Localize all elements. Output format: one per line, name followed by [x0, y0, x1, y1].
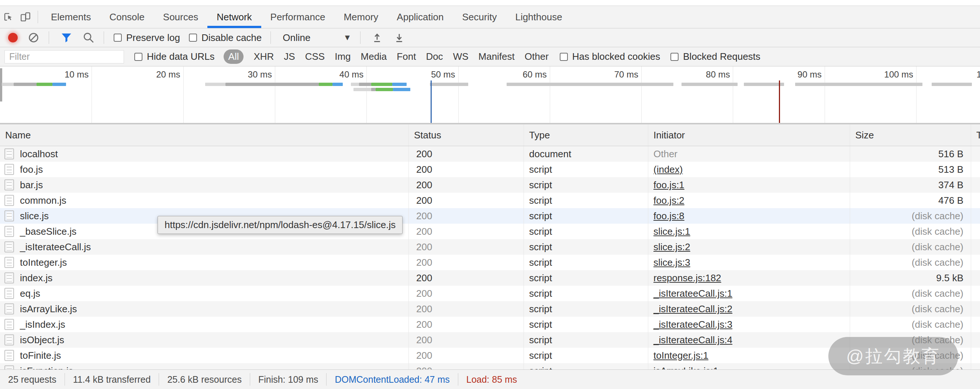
cell-time [971, 363, 980, 370]
preserve-log-checkbox[interactable] [114, 33, 122, 42]
blocked-requests-checkbox[interactable] [670, 53, 679, 61]
type-filter-css[interactable]: CSS [305, 51, 325, 62]
type-filter-font[interactable]: Font [397, 51, 416, 62]
search-button[interactable] [82, 31, 95, 44]
tab-lighthouse[interactable]: Lighthouse [506, 6, 571, 28]
table-row[interactable]: bar.js200scriptfoo.js:1374 B [0, 177, 980, 193]
has-blocked-cookies-toggle[interactable]: Has blocked cookies [560, 51, 660, 62]
initiator-link[interactable]: slice.js:3 [654, 257, 690, 268]
blocked-requests-toggle[interactable]: Blocked Requests [670, 51, 760, 62]
disable-cache-label: Disable cache [202, 32, 262, 43]
cell-time [971, 286, 980, 301]
table-row[interactable]: toInteger.js200scriptslice.js:3(disk cac… [0, 255, 980, 270]
request-name: isObject.js [20, 334, 64, 346]
initiator-link[interactable]: (index) [654, 164, 682, 175]
initiator-link[interactable]: isArrayLike.js:1 [654, 365, 718, 370]
timeline-tick-label: 60 ms [473, 69, 547, 80]
toggle-device-toolbar-button[interactable] [17, 6, 34, 28]
tab-console[interactable]: Console [100, 6, 153, 28]
tab-performance[interactable]: Performance [261, 6, 335, 28]
table-header: NameStatusTypeInitiatorSizeTime [0, 124, 980, 146]
column-header-name[interactable]: Name [0, 124, 409, 146]
table-row[interactable]: isArrayLike.js200script_isIterateeCall.j… [0, 301, 980, 317]
inspect-element-button[interactable] [0, 6, 17, 28]
table-row[interactable]: _isIndex.js200script_isIterateeCall.js:3… [0, 317, 980, 332]
type-filter-xhr[interactable]: XHR [253, 51, 274, 62]
initiator-link[interactable]: _isIterateeCall.js:3 [654, 319, 732, 330]
tab-network[interactable]: Network [207, 6, 261, 28]
column-header-initiator[interactable]: Initiator [648, 124, 850, 146]
filter-input[interactable] [5, 50, 124, 64]
initiator-link[interactable]: _isIterateeCall.js:2 [654, 303, 732, 315]
column-header-size[interactable]: Size [850, 124, 971, 146]
cell-type: script [524, 162, 648, 177]
table-row[interactable]: localhost200documentOther516 B [0, 146, 980, 162]
export-har-button[interactable] [393, 31, 406, 44]
tab-sources[interactable]: Sources [154, 6, 207, 28]
initiator-link[interactable]: response.js:182 [654, 273, 721, 284]
column-header-status[interactable]: Status [409, 124, 524, 146]
type-filter-ws[interactable]: WS [453, 51, 469, 62]
record-network-log-button[interactable] [8, 33, 18, 43]
table-row[interactable]: _baseSlice.js200scriptslice.js:1(disk ca… [0, 224, 980, 239]
hide-data-urls-toggle[interactable]: Hide data URLs [134, 51, 215, 62]
cell-name: toInteger.js [0, 255, 409, 270]
tab-elements[interactable]: Elements [42, 6, 100, 28]
table-row[interactable]: _isIterateeCall.js200scriptslice.js:2(di… [0, 239, 980, 255]
initiator-link[interactable]: toInteger.js:1 [654, 350, 708, 361]
disable-cache-toggle[interactable]: Disable cache [189, 32, 262, 43]
column-header-time[interactable]: Time [971, 124, 980, 146]
cell-name: isObject.js [0, 332, 409, 348]
has-blocked-cookies-checkbox[interactable] [560, 53, 568, 61]
cell-initiator: slice.js:2 [648, 239, 850, 255]
tab-security[interactable]: Security [453, 6, 506, 28]
divider [270, 31, 271, 44]
status-bar-item[interactable]: DOMContentLoaded: 47 ms [326, 374, 458, 385]
tab-memory[interactable]: Memory [334, 6, 387, 28]
initiator-link[interactable]: foo.js:2 [654, 195, 684, 206]
initiator-text: Other [654, 148, 678, 160]
initiator-link[interactable]: _isIterateeCall.js:1 [654, 288, 732, 299]
filter-toggle-button[interactable] [60, 31, 73, 44]
column-header-type[interactable]: Type [524, 124, 648, 146]
timeline-tick-label: 50 ms [382, 69, 455, 80]
throttling-select[interactable]: Online ▼ [283, 32, 351, 43]
waterfall-bar-segment [37, 83, 52, 86]
table-row[interactable]: slice.js200scriptfoo.js:8(disk cache) [0, 208, 980, 224]
table-row[interactable]: eq.js200script_isIterateeCall.js:1(disk … [0, 286, 980, 301]
initiator-link[interactable]: foo.js:1 [654, 179, 684, 191]
cell-initiator: _isIterateeCall.js:2 [648, 301, 850, 317]
type-filter-other[interactable]: Other [525, 51, 549, 62]
request-name: bar.js [20, 179, 43, 191]
cell-time [971, 162, 980, 177]
overview-timeline[interactable]: 10 ms20 ms30 ms40 ms50 ms60 ms70 ms80 ms… [0, 67, 980, 124]
cell-type: script [524, 193, 648, 208]
table-row[interactable]: common.js200scriptfoo.js:2476 B [0, 193, 980, 208]
status-bar: 25 requests11.4 kB transferred25.6 kB re… [0, 370, 980, 389]
preserve-log-toggle[interactable]: Preserve log [114, 32, 180, 43]
type-filter-manifest[interactable]: Manifest [479, 51, 515, 62]
status-bar-item[interactable]: Load: 85 ms [458, 374, 525, 385]
type-filter-doc[interactable]: Doc [426, 51, 443, 62]
timeline-gridline [275, 67, 275, 123]
import-har-button[interactable] [371, 31, 383, 44]
timeline-gridline [733, 67, 733, 123]
table-row[interactable]: foo.js200script(index)513 B [0, 162, 980, 177]
initiator-link[interactable]: foo.js:8 [654, 210, 684, 222]
hide-data-urls-checkbox[interactable] [134, 53, 142, 61]
clear-button[interactable] [27, 31, 40, 44]
disable-cache-checkbox[interactable] [189, 33, 197, 42]
type-filter-js[interactable]: JS [284, 51, 295, 62]
type-filter-media[interactable]: Media [361, 51, 387, 62]
cell-type: script [524, 224, 648, 239]
initiator-link[interactable]: _isIterateeCall.js:4 [654, 334, 732, 346]
divider [49, 31, 49, 44]
initiator-link[interactable]: slice.js:1 [654, 226, 690, 237]
cell-type: script [524, 363, 648, 370]
table-row[interactable]: index.js200scriptresponse.js:1829.5 kB [0, 270, 980, 286]
waterfall-bar-segment [351, 83, 359, 86]
type-filter-all[interactable]: All [224, 49, 244, 64]
initiator-link[interactable]: slice.js:2 [654, 241, 690, 253]
type-filter-img[interactable]: Img [335, 51, 350, 62]
tab-application[interactable]: Application [387, 6, 453, 28]
